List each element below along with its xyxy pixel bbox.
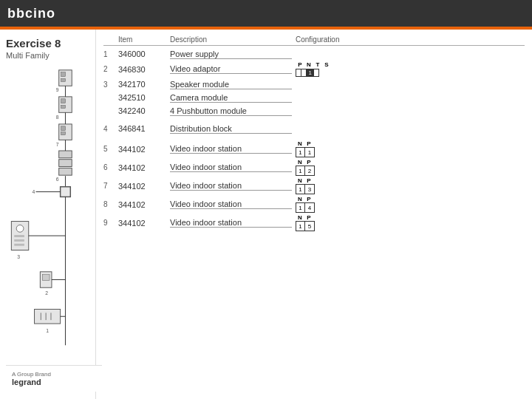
wiring-diagram: 9 8 7 6	[6, 64, 95, 352]
row-desc: Speaker module	[170, 80, 292, 89]
exercise-subtitle: Multi Family	[6, 51, 89, 60]
table-row: 5 344102 Video indoor station NP 11	[103, 140, 525, 158]
col-item: Item	[118, 35, 170, 44]
svg-rect-2	[61, 79, 66, 82]
row-desc: Video indoor station	[170, 163, 292, 172]
header: bbcino	[0, 0, 532, 27]
left-panel: Exercise 8 Multi Family 9 8 7	[0, 30, 96, 399]
row-desc: Video indoor station	[170, 218, 292, 228]
row-desc: Video adaptor	[170, 64, 292, 74]
row-num: 6	[103, 163, 118, 171]
row-desc: Camera module	[170, 93, 292, 103]
row-num: 1	[103, 50, 118, 58]
logo-cino: cino	[25, 6, 55, 21]
col-desc: Description	[170, 35, 296, 44]
table-row: 2 346830 Video adaptor PNTS 1	[103, 61, 525, 78]
row-config-pnts: PNTS 1	[296, 61, 369, 77]
right-panel: Item Description Configuration 1 346000 …	[96, 30, 532, 399]
row-num: 5	[103, 145, 118, 153]
row-num: 3	[103, 81, 118, 89]
logo: bbcino	[7, 6, 55, 21]
table-row: 342240 4 Pushbutton module	[103, 104, 525, 117]
row-code: 344102	[118, 182, 170, 191]
svg-text:3: 3	[17, 254, 20, 259]
footer: A Group Brand legrand	[6, 365, 102, 392]
row-code: 344102	[118, 200, 170, 209]
table-row: 7 344102 Video indoor station NP 13	[103, 177, 525, 195]
table-row: 3 342170 Speaker module	[103, 78, 525, 91]
svg-rect-1	[61, 72, 66, 77]
footer-brand: legrand	[12, 378, 51, 386]
logo-bb: bb	[7, 6, 25, 21]
svg-rect-29	[14, 244, 24, 246]
svg-rect-10	[61, 132, 66, 135]
row-num: 4	[103, 125, 118, 133]
svg-rect-12	[59, 151, 72, 158]
row-code: 346830	[118, 65, 170, 74]
col-num	[103, 35, 118, 44]
svg-rect-36	[35, 310, 61, 324]
svg-rect-13	[59, 160, 72, 167]
row-code: 346841	[118, 124, 170, 133]
row-desc: Distribution block	[170, 124, 292, 134]
row-code: 344102	[118, 163, 170, 172]
svg-rect-33	[42, 275, 50, 281]
row-config-np3: NP 13	[296, 177, 369, 194]
row-config-np5: NP 15	[296, 214, 369, 231]
main-content: Exercise 8 Multi Family 9 8 7	[0, 30, 532, 399]
svg-text:6: 6	[56, 177, 59, 182]
row-num: 2	[103, 65, 118, 73]
svg-text:2: 2	[45, 290, 48, 296]
row-code: 346000	[118, 50, 170, 58]
svg-rect-6	[61, 106, 66, 109]
row-desc: Video indoor station	[170, 181, 292, 191]
row-config-np2: NP 12	[296, 159, 369, 176]
row-num: 9	[103, 219, 118, 227]
svg-text:1: 1	[46, 328, 49, 333]
svg-point-26	[16, 225, 24, 232]
row-code: 344102	[118, 145, 170, 154]
row-code: 344102	[118, 219, 170, 228]
table-header: Item Description Configuration	[103, 34, 525, 46]
row-config-np4: NP 14	[296, 196, 369, 213]
svg-rect-20	[61, 187, 71, 197]
row-desc: Power supply	[170, 50, 292, 59]
row-desc: Video indoor station	[170, 200, 292, 209]
row-num: 8	[103, 200, 118, 208]
table-row: 9 344102 Video indoor station NP 15	[103, 214, 525, 232]
row-num: 7	[103, 182, 118, 190]
table-row: 342510 Camera module	[103, 91, 525, 104]
footer-group-text: A Group Brand	[12, 371, 51, 378]
table-row: 8 344102 Video indoor station NP 14	[103, 195, 525, 214]
table-row: 6 344102 Video indoor station NP 12	[103, 158, 525, 177]
svg-rect-28	[14, 239, 24, 242]
svg-text:7: 7	[56, 142, 59, 147]
row-code: 342240	[118, 106, 170, 115]
svg-text:4: 4	[33, 190, 35, 195]
row-desc: 4 Pushbutton module	[170, 106, 292, 116]
svg-rect-27	[14, 235, 24, 237]
svg-text:9: 9	[56, 87, 59, 92]
svg-text:8: 8	[56, 115, 59, 120]
svg-rect-14	[59, 168, 72, 175]
svg-rect-9	[61, 126, 66, 131]
exercise-title: Exercise 8	[6, 37, 89, 50]
table-row: 1 346000 Power supply	[103, 47, 525, 61]
row-code: 342510	[118, 93, 170, 102]
row-desc: Video indoor station	[170, 144, 292, 154]
svg-rect-5	[61, 99, 66, 103]
row-config-np1: NP 11	[296, 140, 369, 157]
row-code: 342170	[118, 80, 170, 89]
col-config: Configuration	[296, 35, 369, 44]
table-row: 4 346841 Distribution block	[103, 122, 525, 135]
